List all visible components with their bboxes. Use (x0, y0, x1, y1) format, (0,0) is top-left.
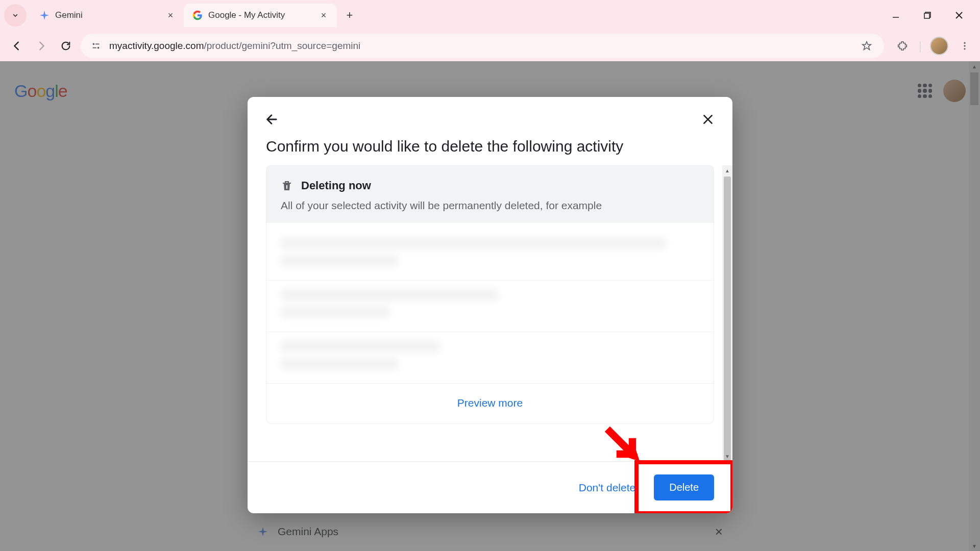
svg-point-7 (97, 47, 100, 49)
tab-my-activity[interactable]: Google - My Activity × (184, 4, 337, 27)
close-window-button[interactable] (950, 7, 968, 24)
scrollbar-thumb[interactable] (724, 177, 731, 461)
dialog-body: Deleting now All of your selected activi… (248, 165, 732, 461)
tab-close-button[interactable]: × (165, 10, 176, 20)
browser-window: Gemini × Google - My Activity × + myacti… (0, 0, 980, 551)
activity-item-redacted (266, 332, 714, 384)
svg-point-9 (964, 42, 965, 44)
window-controls (887, 7, 976, 24)
delete-button[interactable]: Delete (654, 474, 714, 500)
svg-point-10 (964, 45, 965, 46)
minimize-button[interactable] (887, 7, 904, 24)
profile-avatar[interactable] (930, 37, 948, 55)
gemini-icon (39, 10, 50, 21)
tab-title: Google - My Activity (208, 10, 313, 20)
dialog-scrollbar[interactable]: ▲ ▼ (722, 165, 732, 461)
dialog-footer: Don't delete Delete (248, 461, 732, 513)
tabs-dropdown-button[interactable] (4, 4, 27, 27)
info-card-description: All of your selected activity will be pe… (281, 199, 699, 212)
trash-icon (281, 180, 293, 192)
site-settings-icon[interactable] (90, 40, 102, 52)
reload-button[interactable] (56, 36, 76, 56)
activity-item-redacted (266, 229, 714, 281)
dont-delete-button[interactable]: Don't delete (574, 475, 641, 500)
viewport: Google Gemini Apps × ▲▼ (0, 61, 980, 551)
toolbar-right: | (889, 37, 973, 55)
extensions-icon[interactable] (894, 38, 911, 54)
info-card-title: Deleting now (301, 179, 371, 192)
chrome-menu-icon[interactable] (957, 38, 973, 54)
svg-rect-14 (286, 185, 287, 189)
address-bar-row: myactivity.google.com/product/gemini?utm… (0, 31, 980, 61)
dialog-close-button[interactable] (698, 109, 718, 130)
forward-button[interactable] (32, 36, 51, 56)
confirm-delete-dialog: Confirm you would like to delete the fol… (248, 97, 732, 513)
bookmark-star-icon[interactable] (859, 38, 875, 54)
new-tab-button[interactable]: + (340, 6, 359, 25)
tab-gemini[interactable]: Gemini × (31, 4, 184, 27)
svg-rect-2 (924, 13, 929, 18)
url-text: myactivity.google.com/product/gemini?utm… (109, 40, 360, 52)
tab-title: Gemini (55, 10, 160, 20)
deleting-now-card: Deleting now All of your selected activi… (266, 165, 714, 223)
close-icon (701, 113, 715, 126)
svg-point-11 (964, 48, 965, 49)
arrow-left-icon (265, 112, 279, 127)
back-button[interactable] (7, 36, 27, 56)
activity-preview-list: Preview more (266, 223, 714, 424)
dialog-back-button[interactable] (262, 109, 282, 130)
tab-strip: Gemini × Google - My Activity × + (0, 0, 980, 31)
chevron-down-icon (11, 11, 19, 19)
dialog-title: Confirm you would like to delete the fol… (248, 134, 732, 165)
activity-item-redacted (266, 281, 714, 332)
address-bar[interactable]: myactivity.google.com/product/gemini?utm… (81, 34, 884, 58)
svg-point-5 (93, 43, 95, 45)
preview-more-link[interactable]: Preview more (266, 384, 714, 423)
maximize-button[interactable] (919, 7, 936, 24)
tab-close-button[interactable]: × (318, 10, 329, 20)
google-g-icon (192, 10, 203, 21)
